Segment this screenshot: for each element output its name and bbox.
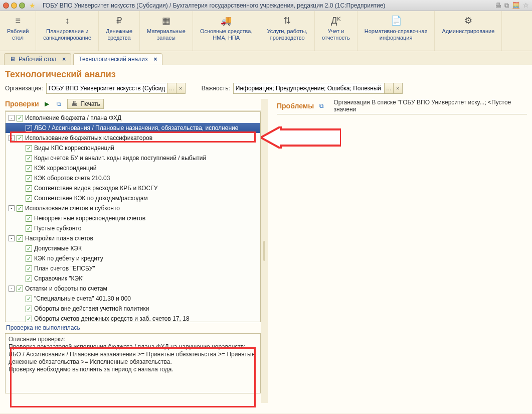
tree-spacer bbox=[18, 306, 24, 312]
section-services[interactable]: ⇅Услуги, работы,производство bbox=[260, 11, 315, 51]
tree-item[interactable]: ✓Виды КПС корреспонденций bbox=[6, 143, 260, 153]
tree-spacer bbox=[18, 225, 24, 231]
workspace-tabs: 🖥Рабочий стол×Технологический анализ× bbox=[0, 51, 532, 65]
run-check-icon[interactable]: ▶ bbox=[43, 100, 51, 108]
tree-item[interactable]: ✓Справочник "КЭК" bbox=[6, 273, 260, 284]
checkbox[interactable]: ✓ bbox=[17, 115, 23, 121]
section-accounting[interactable]: ДᴷУчет иотчетность bbox=[315, 11, 358, 51]
tree-label: Настройки плана счетов bbox=[25, 235, 93, 242]
description-body: Проверка показателей исполнения бюджета … bbox=[9, 343, 257, 373]
org-select-button[interactable]: … bbox=[167, 83, 176, 93]
tree-item[interactable]: ✓"Специальные счета" 401.30 и 000 bbox=[6, 294, 260, 304]
tree-item[interactable]: ✓Обороты вне действия учетной политики bbox=[6, 304, 260, 314]
services-icon: ⇅ bbox=[283, 15, 291, 26]
checkbox[interactable]: ✓ bbox=[26, 175, 32, 182]
tree-spacer bbox=[18, 296, 24, 302]
checkbox[interactable]: ✓ bbox=[26, 265, 32, 272]
checkbox[interactable]: ✓ bbox=[17, 235, 23, 242]
section-assets[interactable]: 🚚Основные средства,НМА, НПА bbox=[193, 11, 260, 51]
checkbox[interactable]: ✓ bbox=[26, 316, 32, 322]
checkbox[interactable]: ✓ bbox=[26, 215, 32, 222]
favorite-star-icon[interactable]: ★ bbox=[29, 2, 36, 10]
checkbox[interactable]: ✓ bbox=[26, 125, 32, 131]
checks-panel: Проверки ▶ ⧉ 🖶 Печать -✓Исполнение бюдже… bbox=[5, 99, 261, 403]
tree-item[interactable]: ✓КЭК оборотов счета 210.03 bbox=[6, 173, 260, 183]
checks-tree[interactable]: -✓Исполнение бюджета / плана ФХД✓ЛБО / А… bbox=[5, 111, 261, 322]
checkbox[interactable]: ✓ bbox=[26, 155, 32, 162]
tree-item[interactable]: ✓КЭК корреспонденций bbox=[6, 163, 260, 173]
importance-picker[interactable]: … × bbox=[233, 83, 403, 94]
tree-item[interactable]: -✓Исполнение бюджета / плана ФХД bbox=[6, 113, 260, 123]
checkbox[interactable]: ✓ bbox=[17, 135, 23, 142]
tree-item[interactable]: ✓Обороты счетов денежных средств и заб. … bbox=[6, 314, 260, 322]
collapse-icon[interactable]: - bbox=[9, 286, 15, 292]
tb-calc-icon[interactable]: 🧮 bbox=[512, 2, 520, 10]
window-maximize-icon[interactable] bbox=[19, 3, 25, 9]
checkbox[interactable]: ✓ bbox=[26, 255, 32, 262]
column-splitter[interactable] bbox=[261, 99, 268, 403]
tree-label: Обороты вне действия учетной политики bbox=[34, 305, 149, 312]
tree-item[interactable]: ✓Соответствие видов расходов КРБ и КОСГУ bbox=[6, 183, 260, 193]
checkbox[interactable]: ✓ bbox=[26, 296, 32, 302]
org-clear-button[interactable]: × bbox=[176, 83, 185, 93]
checkbox[interactable]: ✓ bbox=[26, 225, 32, 232]
page-title: Технологический анализ bbox=[5, 69, 527, 80]
tab-close-icon[interactable]: × bbox=[62, 56, 66, 63]
tree-item[interactable]: -✓Использование счетов и субконто bbox=[6, 203, 260, 213]
tree-label: Исполнение бюджета / плана ФХД bbox=[25, 114, 121, 121]
tree-spacer bbox=[18, 195, 24, 201]
org-input[interactable] bbox=[47, 83, 167, 93]
tab-label: Рабочий стол bbox=[19, 56, 56, 63]
checkbox[interactable]: ✓ bbox=[26, 275, 32, 282]
tree-spacer bbox=[18, 175, 24, 181]
importance-select-button[interactable]: … bbox=[384, 83, 393, 93]
tree-item[interactable]: ✓Коды счетов БУ и аналит. коды видов пос… bbox=[6, 153, 260, 163]
tree-item[interactable]: ✓КЭК по дебету и кредиту bbox=[6, 253, 260, 263]
checkbox[interactable]: ✓ bbox=[26, 145, 32, 152]
problems-copy-icon[interactable]: ⧉ bbox=[318, 102, 325, 110]
checkbox[interactable]: ✓ bbox=[17, 286, 23, 292]
collapse-icon[interactable]: - bbox=[9, 235, 15, 241]
tree-item[interactable]: -✓Остатки и обороты по счетам bbox=[6, 284, 260, 294]
tree-item[interactable]: -✓Настройки плана счетов bbox=[6, 233, 260, 243]
print-button[interactable]: 🖶 Печать bbox=[67, 99, 104, 109]
checkbox[interactable]: ✓ bbox=[26, 306, 32, 312]
window-minimize-icon[interactable] bbox=[11, 3, 17, 9]
tree-item[interactable]: ✓Допустимые КЭК bbox=[6, 243, 260, 253]
tb-star-icon[interactable]: ☆ bbox=[523, 2, 529, 10]
tab-techan[interactable]: Технологический анализ× bbox=[73, 53, 162, 65]
copy-icon[interactable]: ⧉ bbox=[55, 100, 63, 108]
tree-item[interactable]: ✓Пустые субконто bbox=[6, 223, 260, 233]
problems-title: Проблемы bbox=[277, 102, 314, 110]
section-desktop[interactable]: ≡Рабочийстол bbox=[0, 11, 36, 51]
checkbox[interactable]: ✓ bbox=[26, 165, 32, 172]
tab-close-icon[interactable]: × bbox=[153, 56, 157, 63]
check-status-link[interactable]: Проверка не выполнялась bbox=[5, 322, 261, 333]
section-planning[interactable]: ↕Планирование исанкционирование bbox=[36, 11, 99, 51]
collapse-icon[interactable]: - bbox=[9, 205, 15, 211]
section-reference[interactable]: 📄Нормативно-справочнаяинформация bbox=[358, 11, 435, 51]
checkbox[interactable]: ✓ bbox=[26, 195, 32, 202]
section-admin[interactable]: ⚙Администрирование bbox=[435, 11, 502, 51]
tb-print-icon[interactable]: 🖶 bbox=[495, 2, 501, 10]
tree-item[interactable]: -✓Использование бюджетных классификаторо… bbox=[6, 133, 260, 143]
tree-item[interactable]: ✓ЛБО / Ассигнования / Плановые назначени… bbox=[6, 123, 260, 133]
section-cash[interactable]: ₽Денежныесредства bbox=[99, 11, 140, 51]
section-label: Администрирование bbox=[442, 28, 494, 35]
org-picker[interactable]: … × bbox=[46, 83, 186, 94]
checkbox[interactable]: ✓ bbox=[26, 185, 32, 192]
tree-item[interactable]: ✓Некорректные корреспонденции счетов bbox=[6, 213, 260, 223]
collapse-icon[interactable]: - bbox=[9, 115, 15, 121]
collapse-icon[interactable]: - bbox=[9, 135, 15, 141]
tab-desktop[interactable]: 🖥Рабочий стол× bbox=[4, 53, 71, 65]
importance-clear-button[interactable]: × bbox=[393, 83, 402, 93]
checkbox[interactable]: ✓ bbox=[17, 205, 23, 212]
tree-item[interactable]: ✓План счетов "ЕПСБУ" bbox=[6, 263, 260, 273]
tree-label: КЭК корреспонденций bbox=[34, 165, 96, 172]
window-close-icon[interactable] bbox=[3, 3, 9, 9]
tree-item[interactable]: ✓Соответствие КЭК по доходам/расходам bbox=[6, 193, 260, 203]
section-materials[interactable]: ▦Материальныезапасы bbox=[140, 11, 193, 51]
tb-copy-icon[interactable]: ⧉ bbox=[504, 2, 509, 10]
importance-input[interactable] bbox=[234, 83, 384, 93]
checkbox[interactable]: ✓ bbox=[26, 245, 32, 252]
